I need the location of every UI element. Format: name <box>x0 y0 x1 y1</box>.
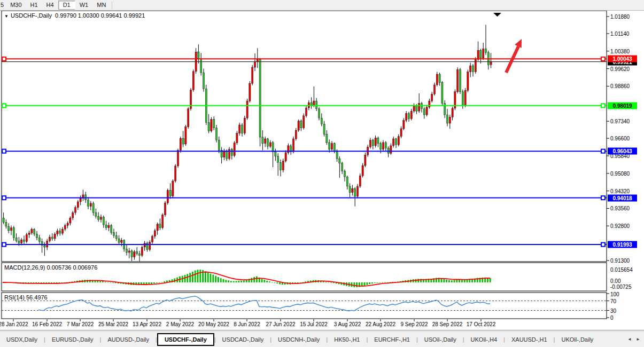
symbol-tab-xauusd-h1[interactable]: XAUUSD-,H1 <box>505 334 554 345</box>
chart-symbol-label: USDCHF-,Daily <box>11 12 52 19</box>
chart-canvas[interactable] <box>0 0 644 347</box>
symbol-tab-eurchf-h1[interactable]: EURCHF-,H1 <box>368 334 416 345</box>
price-axis-column <box>607 11 644 330</box>
symbol-tab-usdchf-daily[interactable]: USDCHF-,Daily <box>157 333 214 346</box>
symbol-tab-usoil-daily[interactable]: USOil-,Daily <box>418 334 463 345</box>
symbol-tab-ukoil-daily[interactable]: UKOil-,Daily <box>555 334 600 345</box>
mt4-window: 5M30H1H4D1W1MN ▼USDCHF-,Daily 0.99790 1.… <box>0 0 644 347</box>
chart-ohlc-values: 0.99790 1.00300 0.99641 0.99921 <box>55 12 145 19</box>
tab-scroll-left-button[interactable]: ◄ <box>626 335 633 344</box>
symbol-tab-usdx-daily[interactable]: USDX,Daily <box>0 334 44 345</box>
symbol-tab-audusd-daily[interactable]: AUDUSD-,Daily <box>101 334 156 345</box>
macd-indicator-label: MACD(12,26,9) 0.005736 0.006976 <box>4 264 97 271</box>
timeframe-button-d1[interactable]: D1 <box>58 1 75 10</box>
timeframe-button-5[interactable]: 5 <box>0 1 6 10</box>
rsi-indicator-label: RSI(14) 56.4976 <box>4 294 48 301</box>
timeframe-button-w1[interactable]: W1 <box>75 1 93 10</box>
symbol-tab-ukoil-h4[interactable]: UKOil-,H4 <box>464 334 504 345</box>
timeframe-toolbar: 5M30H1H4D1W1MN <box>0 0 644 11</box>
tab-scroll-right-button[interactable]: ► <box>634 335 642 344</box>
timeframe-button-m30[interactable]: M30 <box>6 1 26 10</box>
symbol-tab-bar: USDX,Daily|EURUSD-,Daily|AUDUSD-,Daily|U… <box>0 331 644 347</box>
date-axis-strip <box>0 319 644 330</box>
chart-overlay: ▼USDCHF-,Daily 0.99790 1.00300 0.99641 0… <box>0 0 644 347</box>
timeframe-button-h4[interactable]: H4 <box>42 1 58 10</box>
toolbar-separator <box>112 2 112 9</box>
symbol-tab-hk50-h1[interactable]: HK50-,H1 <box>328 334 366 345</box>
symbol-tab-eurusd-daily[interactable]: EURUSD-,Daily <box>45 334 100 345</box>
chart-title: ▼USDCHF-,Daily 0.99790 1.00300 0.99641 0… <box>4 12 145 19</box>
symbol-tab-usdcad-daily[interactable]: USDCAD-,Daily <box>216 334 270 345</box>
timeframe-button-h1[interactable]: H1 <box>26 1 42 10</box>
chevron-down-icon: ▼ <box>4 14 9 19</box>
symbol-tab-usdcnh-daily[interactable]: USDCNH-,Daily <box>271 334 326 345</box>
timeframe-button-mn[interactable]: MN <box>92 1 110 10</box>
